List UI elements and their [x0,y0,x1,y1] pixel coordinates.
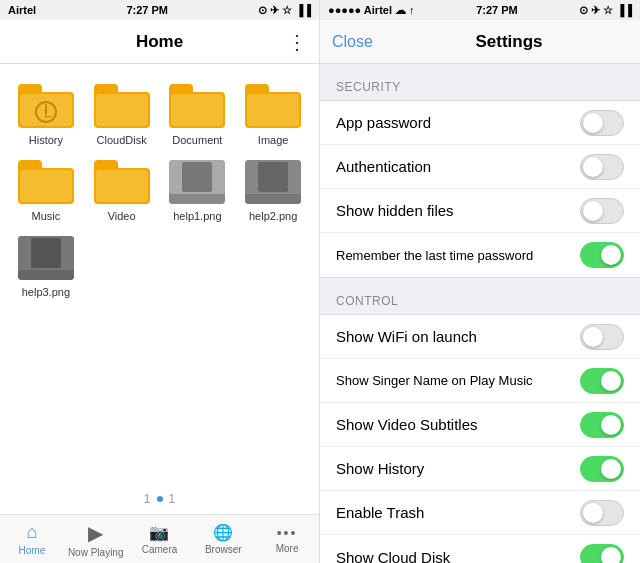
show-hidden-toggle[interactable] [580,198,624,224]
setting-show-singer[interactable]: Show Singer Name on Play Music [320,359,640,403]
nav-home-label: Home [19,545,46,556]
file-label-help1: help1.png [173,210,221,222]
file-item-help3[interactable]: help3.png [8,228,84,304]
setting-app-password[interactable]: App password [320,101,640,145]
left-time: 7:27 PM [126,4,168,16]
show-subtitles-label: Show Video Subtitles [336,416,477,433]
nav-browser-label: Browser [205,544,242,555]
show-history-label: Show History [336,460,424,477]
folder-icon-music [18,158,74,206]
file-item-help2[interactable]: help2.png [235,152,311,228]
file-item-music[interactable]: Music [8,152,84,228]
nav-more[interactable]: ••• More [255,515,319,563]
page-num-left: 1 [144,492,151,506]
nav-browser[interactable]: 🌐 Browser [191,515,255,563]
file-item-document[interactable]: Document [160,76,236,152]
setting-show-cloud-disk[interactable]: Show Cloud Disk [320,535,640,563]
left-status-icons: ⊙ ✈ ☆ ▐▐ [258,4,311,17]
file-item-help1[interactable]: help1.png [160,152,236,228]
file-label-help3: help3.png [22,286,70,298]
enable-trash-toggle[interactable] [580,500,624,526]
control-group: Show WiFi on launch Show Singer Name on … [320,314,640,563]
setting-show-subtitles[interactable]: Show Video Subtitles [320,403,640,447]
file-label-history: History [29,134,63,146]
authentication-toggle[interactable] [580,154,624,180]
file-label-music: Music [32,210,61,222]
page-dot [157,496,163,502]
file-item-history[interactable]: History [8,76,84,152]
setting-authentication[interactable]: Authentication [320,145,640,189]
right-time: 7:27 PM [476,4,518,16]
section-header-security: SECURITY [320,64,640,100]
folder-icon-clouddisk [94,82,150,130]
show-singer-toggle[interactable] [580,368,624,394]
file-label-video: Video [108,210,136,222]
folder-icon-image [245,82,301,130]
file-label-clouddisk: CloudDisk [97,134,147,146]
setting-enable-trash[interactable]: Enable Trash [320,491,640,535]
thumbnail-help3 [18,234,74,282]
app-password-label: App password [336,114,431,131]
left-carrier: Airtel [8,4,36,16]
setting-show-history[interactable]: Show History [320,447,640,491]
file-label-image: Image [258,134,289,146]
pagination: 1 1 [0,484,319,514]
play-icon: ▶ [88,521,103,545]
camera-icon: 📷 [149,523,169,542]
home-icon: ⌂ [26,522,37,543]
show-cloud-disk-label: Show Cloud Disk [336,549,450,564]
file-item-clouddisk[interactable]: CloudDisk [84,76,160,152]
setting-remember-password[interactable]: Remember the last time password [320,233,640,277]
nav-more-label: More [276,543,299,554]
page-num-right: 1 [169,492,176,506]
show-cloud-disk-toggle[interactable] [580,544,624,563]
home-title: Home [136,32,183,52]
left-panel: Airtel 7:27 PM ⊙ ✈ ☆ ▐▐ Home ⋮ History [0,0,320,563]
nav-camera[interactable]: 📷 Camera [128,515,192,563]
bottom-nav: ⌂ Home ▶ Now Playing 📷 Camera 🌐 Browser … [0,514,319,563]
nav-nowplaying[interactable]: ▶ Now Playing [64,515,128,563]
browser-icon: 🌐 [213,523,233,542]
right-status-icons: ⊙ ✈ ☆ ▐▐ [579,4,632,17]
security-group: App password Authentication Show hidden … [320,100,640,278]
show-hidden-label: Show hidden files [336,202,454,219]
folder-icon-document [169,82,225,130]
nav-camera-label: Camera [142,544,178,555]
app-password-toggle[interactable] [580,110,624,136]
thumbnail-help2 [245,158,301,206]
show-wifi-toggle[interactable] [580,324,624,350]
authentication-label: Authentication [336,158,431,175]
settings-header: Close Settings [320,20,640,64]
remember-password-label: Remember the last time password [336,248,533,263]
file-item-video[interactable]: Video [84,152,160,228]
menu-button[interactable]: ⋮ [287,30,307,54]
right-carrier: ●●●●● Airtel ☁ ↑ [328,4,415,17]
settings-list: SECURITY App password Authentication Sho… [320,64,640,563]
setting-show-wifi[interactable]: Show WiFi on launch [320,315,640,359]
right-status-bar: ●●●●● Airtel ☁ ↑ 7:27 PM ⊙ ✈ ☆ ▐▐ [320,0,640,20]
section-header-control: CONTROL [320,278,640,314]
show-singer-label: Show Singer Name on Play Music [336,373,533,388]
remember-password-toggle[interactable] [580,242,624,268]
file-item-image[interactable]: Image [235,76,311,152]
left-status-bar: Airtel 7:27 PM ⊙ ✈ ☆ ▐▐ [0,0,319,20]
file-grid: History CloudDisk Document [0,64,319,484]
settings-title: Settings [450,32,568,52]
show-subtitles-toggle[interactable] [580,412,624,438]
right-panel: ●●●●● Airtel ☁ ↑ 7:27 PM ⊙ ✈ ☆ ▐▐ Close … [320,0,640,563]
nav-nowplaying-label: Now Playing [68,547,124,558]
file-label-document: Document [172,134,222,146]
nav-home[interactable]: ⌂ Home [0,515,64,563]
setting-show-hidden[interactable]: Show hidden files [320,189,640,233]
show-wifi-label: Show WiFi on launch [336,328,477,345]
more-icon: ••• [277,525,298,541]
folder-icon-history [18,82,74,130]
close-button[interactable]: Close [332,33,450,51]
left-header: Home ⋮ [0,20,319,64]
thumbnail-help1 [169,158,225,206]
file-label-help2: help2.png [249,210,297,222]
folder-icon-video [94,158,150,206]
enable-trash-label: Enable Trash [336,504,424,521]
show-history-toggle[interactable] [580,456,624,482]
